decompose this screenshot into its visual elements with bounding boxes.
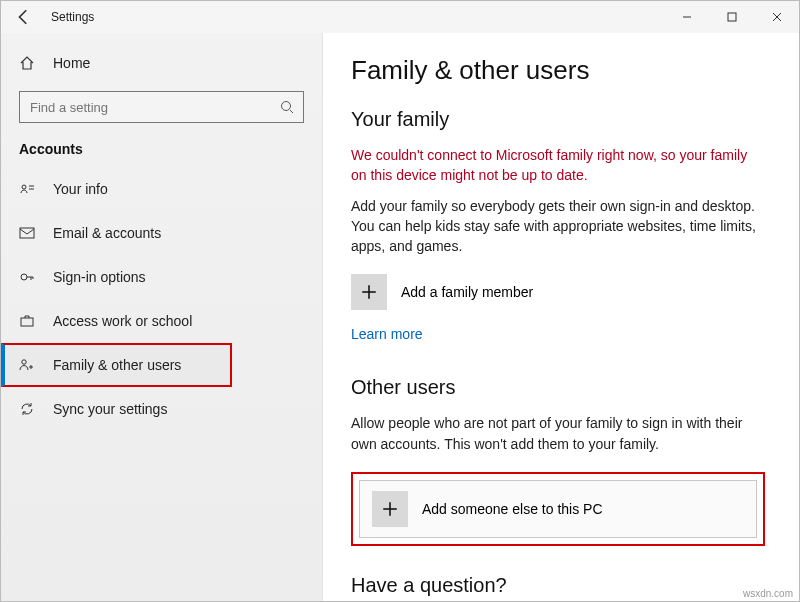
sidebar: Home Accounts Your info Email & acco (1, 33, 323, 601)
svg-rect-14 (21, 318, 33, 326)
section-question-heading: Have a question? (351, 574, 765, 597)
svg-point-6 (22, 185, 26, 189)
sidebar-item-family-other-users[interactable]: Family & other users (1, 343, 232, 387)
plus-icon (372, 491, 408, 527)
sync-icon (19, 401, 35, 417)
home-icon (19, 55, 35, 71)
page-title: Family & other users (351, 55, 765, 86)
sidebar-item-sign-in-options[interactable]: Sign-in options (1, 255, 322, 299)
sidebar-home-label: Home (53, 55, 90, 71)
sidebar-item-label: Access work or school (53, 313, 192, 329)
learn-more-link[interactable]: Learn more (351, 326, 423, 342)
add-other-user-button[interactable]: Add someone else to this PC (359, 480, 757, 538)
svg-point-15 (22, 360, 26, 364)
add-other-label: Add someone else to this PC (422, 501, 603, 517)
family-error-text: We couldn't connect to Microsoft family … (351, 145, 765, 186)
svg-line-5 (290, 110, 293, 113)
search-icon (279, 99, 295, 115)
sidebar-home[interactable]: Home (1, 41, 322, 85)
people-plus-icon (19, 357, 35, 373)
family-desc-text: Add your family so everybody gets their … (351, 196, 765, 257)
search-input[interactable] (28, 99, 279, 116)
svg-point-4 (282, 102, 291, 111)
close-button[interactable] (754, 1, 799, 33)
section-other-heading: Other users (351, 376, 765, 399)
add-other-highlight: Add someone else to this PC (351, 472, 765, 546)
titlebar: Settings (1, 1, 799, 33)
content-pane: Family & other users Your family We coul… (323, 33, 799, 601)
sidebar-category: Accounts (1, 135, 322, 167)
sidebar-item-label: Family & other users (53, 357, 181, 373)
sidebar-item-label: Sign-in options (53, 269, 146, 285)
maximize-button[interactable] (709, 1, 754, 33)
sidebar-item-access-work-school[interactable]: Access work or school (1, 299, 322, 343)
sidebar-item-label: Your info (53, 181, 108, 197)
settings-window: Settings Home Accounts (0, 0, 800, 602)
key-icon (19, 269, 35, 285)
window-title: Settings (51, 10, 94, 24)
minimize-button[interactable] (664, 1, 709, 33)
mail-icon (19, 225, 35, 241)
back-arrow-icon[interactable] (15, 8, 33, 26)
footer-credit: wsxdn.com (743, 588, 793, 599)
sidebar-item-your-info[interactable]: Your info (1, 167, 322, 211)
svg-rect-9 (20, 228, 34, 238)
svg-rect-1 (728, 13, 736, 21)
person-card-icon (19, 181, 35, 197)
sidebar-item-email-accounts[interactable]: Email & accounts (1, 211, 322, 255)
search-box[interactable] (19, 91, 304, 123)
sidebar-item-label: Sync your settings (53, 401, 167, 417)
add-family-label: Add a family member (401, 284, 533, 300)
section-family-heading: Your family (351, 108, 765, 131)
add-family-member-button[interactable]: Add a family member (351, 274, 765, 310)
plus-icon (351, 274, 387, 310)
sidebar-item-sync-settings[interactable]: Sync your settings (1, 387, 322, 431)
svg-point-10 (21, 274, 27, 280)
other-desc-text: Allow people who are not part of your fa… (351, 413, 765, 454)
briefcase-icon (19, 313, 35, 329)
sidebar-item-label: Email & accounts (53, 225, 161, 241)
